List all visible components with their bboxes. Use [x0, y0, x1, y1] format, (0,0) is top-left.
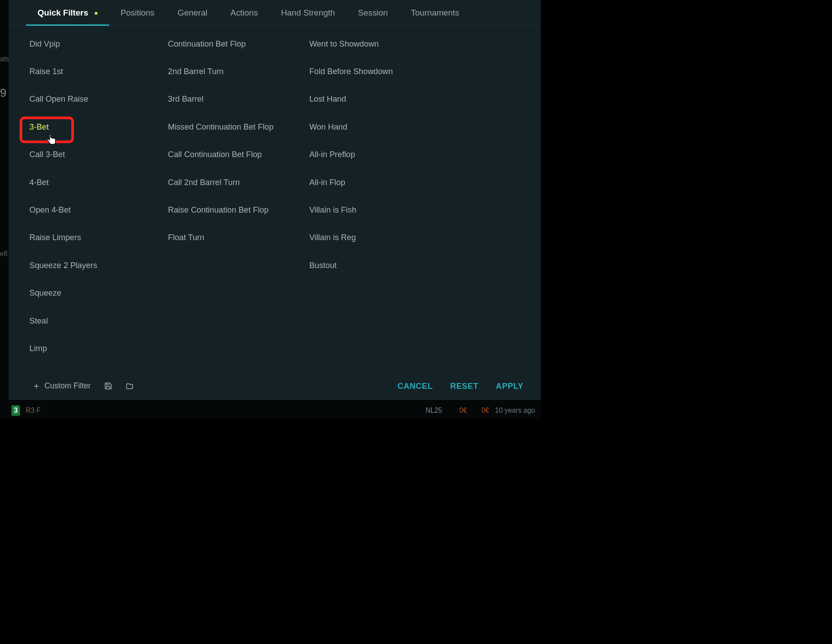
footer-actions: CANCEL RESET APPLY: [397, 381, 523, 391]
bg-row-code: R3 F: [26, 407, 41, 415]
save-icon[interactable]: [104, 382, 112, 390]
filter-3rd-barrel[interactable]: 3rd Barrel: [165, 93, 207, 106]
filter-2nd-barrel-turn[interactable]: 2nd Barrel Turn: [165, 65, 227, 78]
bg-table-row: 3 R3 F NL25 0€ 0€ 10 years ago: [12, 405, 535, 415]
folder-open-icon[interactable]: [125, 382, 133, 390]
filter-steal[interactable]: Steal: [26, 315, 51, 328]
tab-quick-filters[interactable]: Quick Filters: [26, 0, 109, 26]
bg-age: 10 years ago: [495, 407, 535, 415]
filter-column-3: Went to Showdown Fold Before Showdown Lo…: [306, 38, 416, 368]
filter-tabs: Quick Filters Positions General Actions …: [9, 0, 541, 26]
filter-raise-1st[interactable]: Raise 1st: [26, 65, 66, 78]
filter-column-2: Continuation Bet Flop 2nd Barrel Turn 3r…: [165, 38, 277, 368]
custom-filter-button[interactable]: ＋ Custom Filter: [32, 380, 91, 392]
filter-lost-hand[interactable]: Lost Hand: [306, 93, 350, 106]
filter-won-hand[interactable]: Won Hand: [306, 121, 351, 134]
bg-amount-1: 0€: [460, 407, 467, 415]
filter-float-turn[interactable]: Float Turn: [165, 231, 208, 244]
tab-general[interactable]: General: [166, 0, 219, 26]
tab-positions[interactable]: Positions: [109, 0, 166, 26]
reset-button[interactable]: RESET: [450, 381, 479, 391]
filter-limp[interactable]: Limp: [26, 342, 50, 355]
bg-amount-2: 0€: [482, 407, 489, 415]
bg-card-3: 3: [12, 405, 20, 415]
active-indicator-dot: [95, 12, 98, 15]
bg-text-efl: efl: [0, 249, 7, 257]
footer-left-group: ＋ Custom Filter: [32, 380, 383, 392]
filter-squeeze-2-players[interactable]: Squeeze 2 Players: [26, 259, 100, 272]
tab-label: Quick Filters: [38, 8, 88, 17]
filter-missed-cbet-flop[interactable]: Missed Continuation Bet Flop: [165, 121, 277, 134]
tab-hand-strength[interactable]: Hand Strength: [269, 0, 347, 26]
filter-call-3-bet[interactable]: Call 3-Bet: [26, 148, 68, 161]
filter-column-1: Did Vpip Raise 1st Call Open Raise 3-Bet…: [26, 38, 135, 368]
filter-raise-limpers[interactable]: Raise Limpers: [26, 231, 84, 244]
bg-stake: NL25: [425, 407, 442, 415]
plus-icon: ＋: [32, 380, 41, 392]
custom-filter-label: Custom Filter: [44, 381, 91, 390]
filter-bustout[interactable]: Bustout: [306, 259, 340, 272]
filter-villain-fish[interactable]: Villain is Fish: [306, 204, 360, 217]
filter-allin-preflop[interactable]: All-in Preflop: [306, 148, 359, 161]
filter-modal: Quick Filters Positions General Actions …: [9, 0, 541, 400]
bg-text-number: 9: [0, 87, 6, 99]
filter-3-bet[interactable]: 3-Bet: [26, 121, 52, 134]
filter-4-bet[interactable]: 4-Bet: [26, 176, 52, 189]
filter-villain-reg[interactable]: Villain is Reg: [306, 231, 359, 244]
filter-allin-flop[interactable]: All-in Flop: [306, 176, 349, 189]
filter-open-4-bet[interactable]: Open 4-Bet: [26, 204, 74, 217]
tab-session[interactable]: Session: [346, 0, 399, 26]
tab-actions[interactable]: Actions: [219, 0, 269, 26]
tab-tournaments[interactable]: Tournaments: [400, 0, 471, 26]
bg-text-stats: ats: [0, 55, 9, 63]
filter-went-to-showdown[interactable]: Went to Showdown: [306, 38, 382, 51]
filter-content: Did Vpip Raise 1st Call Open Raise 3-Bet…: [9, 26, 541, 373]
filter-cbet-flop[interactable]: Continuation Bet Flop: [165, 38, 250, 51]
filter-squeeze[interactable]: Squeeze: [26, 287, 64, 300]
filter-fold-before-showdown[interactable]: Fold Before Showdown: [306, 65, 396, 78]
cancel-button[interactable]: CANCEL: [397, 381, 433, 391]
filter-raise-cbet-flop[interactable]: Raise Continuation Bet Flop: [165, 204, 272, 217]
filter-call-open-raise[interactable]: Call Open Raise: [26, 93, 91, 106]
filter-call-cbet-flop[interactable]: Call Continuation Bet Flop: [165, 148, 265, 161]
filter-did-vpip[interactable]: Did Vpip: [26, 38, 63, 51]
modal-footer: ＋ Custom Filter CANCEL RESET APPLY: [9, 374, 541, 400]
app-backdrop: ats 9 efl Quick Filters Positions Genera…: [0, 0, 541, 419]
apply-button[interactable]: APPLY: [496, 381, 523, 391]
filter-call-2nd-barrel-turn[interactable]: Call 2nd Barrel Turn: [165, 176, 243, 189]
